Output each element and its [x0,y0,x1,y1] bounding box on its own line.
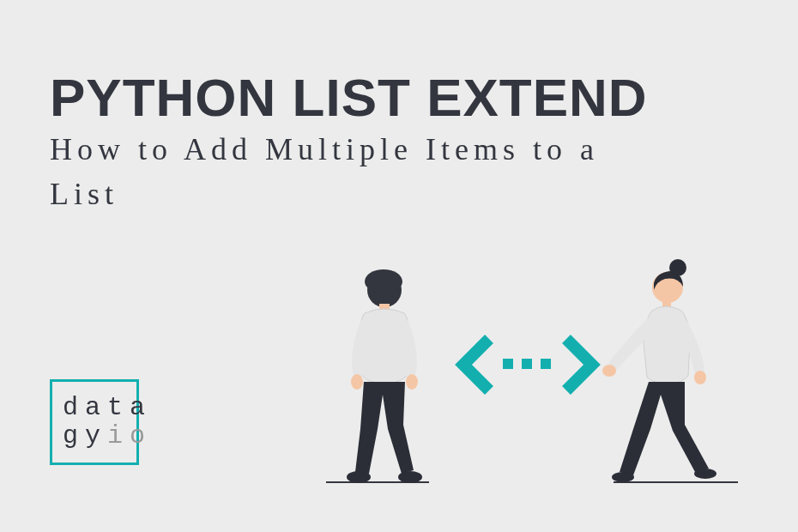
logo-line-1: data [63,394,152,422]
person-right-icon [602,259,716,482]
angle-brackets-icon [463,339,592,390]
svg-point-13 [602,365,616,377]
svg-rect-9 [541,359,551,369]
svg-point-6 [398,471,422,483]
svg-point-4 [406,374,418,390]
logo-line-2: gyio [63,422,152,450]
page-title: PYTHON LIST EXTEND [50,67,648,128]
svg-rect-8 [522,359,532,369]
svg-point-5 [347,471,371,483]
people-illustration [317,257,755,498]
logo-io: io [107,421,152,450]
svg-rect-7 [503,359,513,369]
person-left-icon [347,269,422,483]
datagy-logo: data gyio [50,379,139,465]
logo-gy: gy [63,421,107,450]
svg-point-14 [694,371,706,384]
svg-point-16 [694,469,716,479]
svg-point-3 [351,374,363,390]
page-subtitle: How to Add Multiple Items to a List [50,127,650,216]
svg-point-15 [612,472,634,482]
svg-point-1 [365,269,402,293]
